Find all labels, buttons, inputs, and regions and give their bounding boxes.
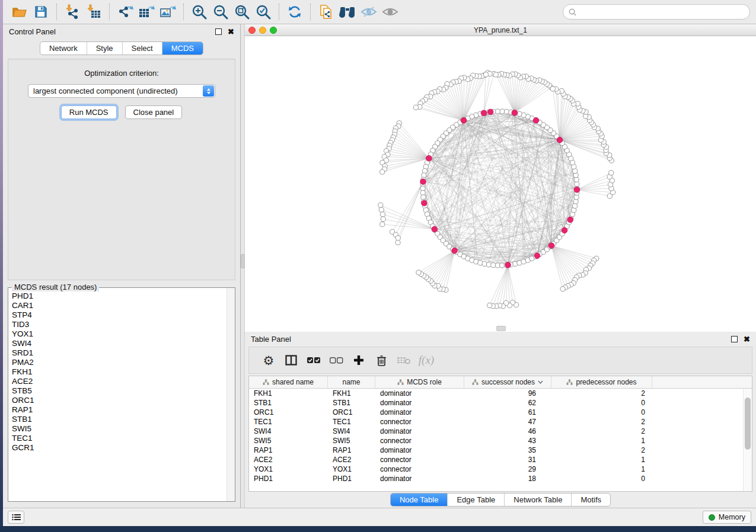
graph-node[interactable] <box>495 263 500 268</box>
result-node-item[interactable]: PHD1 <box>12 291 227 301</box>
select-all-columns-button[interactable] <box>302 356 325 364</box>
result-node-item[interactable]: GCR1 <box>12 443 227 453</box>
graph-node[interactable] <box>493 72 498 77</box>
graph-node[interactable] <box>500 263 505 268</box>
hide-selection-button[interactable] <box>358 2 379 21</box>
delete-column-button[interactable] <box>370 355 393 366</box>
column-header-name[interactable]: name <box>328 376 375 388</box>
result-node-item[interactable]: SWI5 <box>12 424 227 434</box>
table-row[interactable]: STB1STB1dominator620 <box>249 398 752 408</box>
result-node-item[interactable]: TID3 <box>12 320 227 329</box>
graph-node-mcds[interactable] <box>452 248 458 254</box>
result-node-item[interactable]: ORC1 <box>12 396 227 405</box>
table-row[interactable]: TEC1TEC1connector472 <box>249 417 752 427</box>
network-graph[interactable] <box>245 36 756 332</box>
graph-node[interactable] <box>380 169 385 174</box>
graph-node[interactable] <box>491 262 496 267</box>
search-input[interactable] <box>580 7 744 17</box>
graph-node[interactable] <box>482 261 487 266</box>
close-table-panel-icon[interactable]: ✖ <box>744 335 750 343</box>
graph-node[interactable] <box>574 195 579 200</box>
column-header-predecessor-nodes[interactable]: predecessor nodes <box>551 376 652 388</box>
delete-table-button[interactable] <box>393 355 415 365</box>
table-tab-edge-table[interactable]: Edge Table <box>447 493 504 506</box>
result-node-item[interactable]: TEC1 <box>12 434 227 443</box>
table-scrollbar-thumb[interactable] <box>745 398 751 450</box>
column-header-successor-nodes[interactable]: successor nodes <box>464 376 551 388</box>
graph-node[interactable] <box>421 195 426 200</box>
graph-node-mcds[interactable] <box>567 217 573 223</box>
graph-node[interactable] <box>573 199 578 204</box>
graph-node-mcds[interactable] <box>505 262 511 268</box>
tab-mcds[interactable]: MCDS <box>162 42 203 55</box>
result-node-item[interactable]: RAP1 <box>12 405 227 415</box>
table-row[interactable]: SWI5SWI5connector431 <box>249 436 752 446</box>
graph-node[interactable] <box>504 109 509 114</box>
zoom-out-button[interactable] <box>210 2 231 21</box>
result-node-item[interactable]: STP4 <box>12 310 227 320</box>
zoom-in-button[interactable] <box>189 2 210 21</box>
import-table-button[interactable] <box>83 2 104 21</box>
graph-node-mcds[interactable] <box>562 227 567 233</box>
graph-node-mcds[interactable] <box>432 226 438 232</box>
result-node-item[interactable]: SWI4 <box>12 339 227 348</box>
split-columns-button[interactable] <box>280 355 302 366</box>
graph-node-mcds[interactable] <box>548 243 554 249</box>
import-network-button[interactable] <box>62 2 83 21</box>
graph-node[interactable] <box>550 86 555 91</box>
result-node-item[interactable]: YOX1 <box>12 329 227 339</box>
graph-node[interactable] <box>378 203 383 207</box>
vertical-splitter[interactable] <box>240 24 245 508</box>
graph-node[interactable] <box>560 287 565 291</box>
function-builder-button[interactable]: f(x) <box>415 354 438 367</box>
search-box[interactable] <box>563 4 750 20</box>
graph-node-mcds[interactable] <box>534 253 540 259</box>
save-session-button[interactable] <box>30 2 52 21</box>
horizontal-splitter-grip[interactable] <box>496 326 506 331</box>
graph-node-mcds[interactable] <box>422 200 428 206</box>
result-node-item[interactable]: STB5 <box>12 386 227 396</box>
graph-node[interactable] <box>487 303 492 307</box>
result-node-item[interactable]: CAR1 <box>12 301 227 310</box>
result-node-item[interactable]: FKH1 <box>12 367 227 377</box>
graph-node[interactable] <box>495 109 500 114</box>
graph-node[interactable] <box>573 203 578 208</box>
graph-node-mcds[interactable] <box>426 155 432 161</box>
result-list-scrollbar[interactable] <box>227 288 235 501</box>
splitter-grip[interactable] <box>241 254 245 268</box>
result-node-item[interactable]: STB1 <box>12 415 227 424</box>
table-vertical-scrollbar[interactable] <box>743 389 752 491</box>
graph-node[interactable] <box>395 236 400 241</box>
result-node-item[interactable]: PMA2 <box>12 358 227 367</box>
tab-style[interactable]: Style <box>87 42 122 55</box>
close-panel-icon[interactable]: ✖ <box>228 28 234 36</box>
memory-button[interactable]: Memory <box>703 511 751 524</box>
criterion-dropdown[interactable]: largest connected component (undirected) <box>28 84 215 98</box>
graph-node[interactable] <box>575 181 579 186</box>
graph-node[interactable] <box>420 190 425 195</box>
table-row[interactable]: YOX1YOX1connector291 <box>249 464 752 474</box>
run-mcds-button[interactable]: Run MCDS <box>61 105 117 119</box>
table-settings-button[interactable]: ⚙ <box>257 354 280 367</box>
deselect-all-columns-button[interactable] <box>325 356 347 364</box>
add-column-button[interactable] <box>347 355 370 366</box>
tab-select[interactable]: Select <box>122 42 162 55</box>
table-tab-motifs[interactable]: Motifs <box>571 493 610 506</box>
clone-network-button[interactable] <box>315 2 337 21</box>
table-row[interactable]: FKH1FKH1dominator962 <box>249 389 752 398</box>
zoom-selected-button[interactable] <box>253 2 274 21</box>
graph-node-mcds[interactable] <box>487 109 493 115</box>
column-header-shared-name[interactable]: shared name <box>249 376 328 388</box>
graph-node[interactable] <box>500 109 505 114</box>
result-node-item[interactable]: ACE2 <box>12 377 227 386</box>
graph-node-mcds[interactable] <box>574 187 580 193</box>
tab-network[interactable]: Network <box>40 42 87 55</box>
column-header-MCDS-role[interactable]: MCDS role <box>375 376 464 388</box>
result-node-item[interactable]: SRD1 <box>12 348 227 358</box>
network-canvas[interactable] <box>245 36 756 332</box>
graph-node[interactable] <box>609 171 614 175</box>
graph-node-mcds[interactable] <box>461 117 467 123</box>
graph-node[interactable] <box>381 217 385 222</box>
graph-node[interactable] <box>483 72 488 77</box>
graph-node[interactable] <box>395 240 400 245</box>
